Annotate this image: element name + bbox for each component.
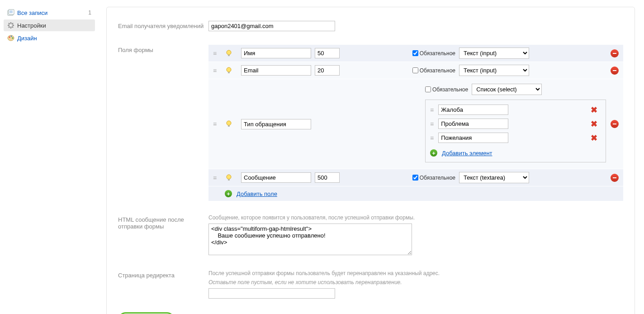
form-field-row: ≡ Обязательное Список (select) <box>208 79 623 169</box>
select-option-row: ≡ ✖ <box>430 133 601 143</box>
add-field-row: Добавить поле <box>208 186 623 201</box>
remove-option-icon[interactable]: ✖ <box>591 119 597 129</box>
svg-line-13 <box>9 27 9 28</box>
main-panel: Email получателя уведомлений Поля формы … <box>97 0 644 314</box>
bulb-icon[interactable] <box>226 174 233 181</box>
add-option-icon[interactable] <box>430 149 437 157</box>
redirect-hint2: Оставьте поле пустым, если не хотите исп… <box>208 279 623 285</box>
drag-handle-icon[interactable]: ≡ <box>430 120 434 128</box>
add-field-icon[interactable] <box>225 190 232 197</box>
form-field-row: ≡ Обязательное Текст (input) <box>208 45 623 62</box>
sidebar: Все записи 1 Настройки Дизайн <box>0 0 97 314</box>
sidebar-item-count: 1 <box>88 10 91 16</box>
svg-point-19 <box>227 50 231 55</box>
sidebar-item-label: Все записи <box>17 10 88 16</box>
required-label: Обязательное <box>420 175 455 181</box>
redirect-label: Страница редиректа <box>118 270 208 279</box>
remove-field-button[interactable] <box>611 174 619 182</box>
add-option-link[interactable]: Добавить элемент <box>442 150 492 157</box>
svg-rect-20 <box>228 55 230 56</box>
svg-point-16 <box>9 37 10 38</box>
svg-rect-24 <box>228 125 230 127</box>
svg-point-6 <box>10 24 12 26</box>
email-recipient-label: Email получателя уведомлений <box>118 21 208 29</box>
field-name-input[interactable] <box>241 172 311 183</box>
required-label: Обязательное <box>432 86 468 93</box>
svg-line-11 <box>9 23 9 24</box>
select-option-row: ≡ ✖ <box>430 119 601 129</box>
drag-handle-icon[interactable]: ≡ <box>430 106 434 114</box>
sidebar-item-all-records[interactable]: Все записи 1 <box>4 7 95 19</box>
select-option-input[interactable] <box>438 119 508 129</box>
sidebar-item-settings[interactable]: Настройки <box>4 19 95 31</box>
field-type-select[interactable]: Список (select) <box>472 84 542 95</box>
select-option-input[interactable] <box>438 105 508 115</box>
form-fields-label: Поля формы <box>118 45 208 53</box>
save-button[interactable]: Сохранить <box>118 312 175 314</box>
svg-point-17 <box>11 36 12 37</box>
sidebar-item-design[interactable]: Дизайн <box>4 32 95 44</box>
html-message-label: HTML сообщение после отправки формы <box>118 214 208 230</box>
required-label: Обязательное <box>420 67 455 74</box>
email-recipient-input[interactable] <box>208 21 335 31</box>
required-checkbox[interactable] <box>412 67 418 73</box>
field-size-input[interactable] <box>315 48 340 58</box>
drag-handle-icon[interactable]: ≡ <box>213 174 220 181</box>
svg-point-21 <box>227 67 231 72</box>
required-checkbox[interactable] <box>412 175 418 181</box>
add-field-link[interactable]: Добавить поле <box>237 190 277 197</box>
form-field-row: ≡ Обязательное Текст (input) <box>208 62 623 79</box>
remove-field-button[interactable] <box>611 120 619 128</box>
remove-field-button[interactable] <box>611 49 619 57</box>
redirect-hint1: После успешной отправки формы пользовате… <box>208 270 623 276</box>
records-icon <box>7 9 14 16</box>
gear-icon <box>7 22 14 29</box>
select-option-row: ≡ ✖ <box>430 105 601 115</box>
remove-field-button[interactable] <box>611 67 619 75</box>
select-options-panel: ≡ ✖ ≡ ✖ <box>425 100 606 162</box>
field-name-input[interactable] <box>241 119 311 129</box>
svg-point-23 <box>227 121 231 125</box>
svg-point-18 <box>12 38 14 39</box>
drag-handle-icon[interactable]: ≡ <box>213 120 220 128</box>
field-name-input[interactable] <box>241 65 311 76</box>
drag-handle-icon[interactable]: ≡ <box>430 134 434 142</box>
field-name-input[interactable] <box>241 48 311 58</box>
bulb-icon[interactable] <box>226 67 233 74</box>
svg-rect-22 <box>228 72 230 73</box>
palette-icon <box>7 34 14 42</box>
required-checkbox[interactable] <box>412 50 418 56</box>
remove-option-icon[interactable]: ✖ <box>591 105 597 115</box>
svg-line-14 <box>13 23 14 24</box>
required-label: Обязательное <box>420 50 455 57</box>
field-type-select[interactable]: Текст (input) <box>459 48 529 59</box>
sidebar-item-label: Настройки <box>17 22 91 29</box>
svg-point-25 <box>227 175 231 179</box>
field-size-input[interactable] <box>315 65 340 76</box>
field-type-select[interactable]: Текст (input) <box>459 65 529 76</box>
redirect-input[interactable] <box>208 288 335 299</box>
drag-handle-icon[interactable]: ≡ <box>213 67 220 74</box>
required-checkbox[interactable] <box>425 86 431 92</box>
remove-option-icon[interactable]: ✖ <box>591 133 597 143</box>
html-message-textarea[interactable] <box>208 224 412 255</box>
field-size-input[interactable] <box>315 172 340 183</box>
bulb-icon[interactable] <box>226 50 233 57</box>
html-message-hint: Сообщение, которое появится у пользовате… <box>208 214 623 221</box>
bulb-icon[interactable] <box>226 120 233 128</box>
field-type-select[interactable]: Текст (textarea) <box>459 172 529 183</box>
svg-line-12 <box>13 27 14 28</box>
form-field-row: ≡ Обязательное Текст (textarea) <box>208 169 623 186</box>
sidebar-item-label: Дизайн <box>17 35 91 42</box>
svg-rect-26 <box>228 179 230 181</box>
select-option-input[interactable] <box>438 133 508 143</box>
drag-handle-icon[interactable]: ≡ <box>213 50 220 57</box>
